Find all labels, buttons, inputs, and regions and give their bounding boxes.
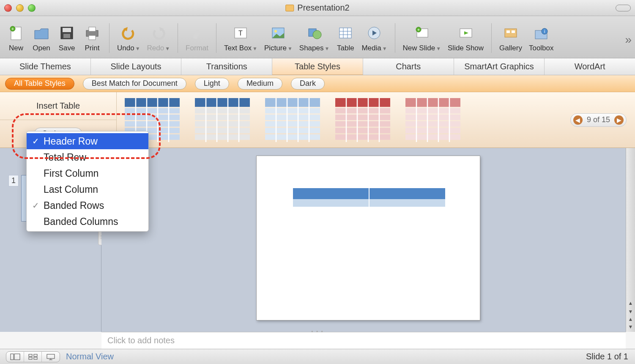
scroll-down2-icon[interactable]: ▼ <box>626 323 635 331</box>
scroll-up-icon[interactable]: ▲ <box>626 299 635 307</box>
gallery-button[interactable]: Gallery <box>496 24 526 52</box>
toolbar-separator <box>491 23 492 53</box>
tab-slide-layouts[interactable]: Slide Layouts <box>91 58 182 75</box>
new-file-icon: + <box>7 24 25 42</box>
notes-resize-handle[interactable]: • • • <box>311 329 323 335</box>
vertical-scrollbar[interactable]: ▲ ▼ ▲ ▼ <box>626 148 635 332</box>
svg-text:+: + <box>11 27 14 31</box>
save-label: Save <box>59 44 75 52</box>
redo-button[interactable]: Redo▼ <box>144 24 174 52</box>
toolbox-button[interactable]: i Toolbox <box>526 24 557 52</box>
insert-table-button[interactable]: Insert Table <box>0 92 116 120</box>
scroll-up2-icon[interactable]: ▲ <box>626 315 635 323</box>
slideshow-button[interactable]: Slide Show <box>444 24 487 52</box>
table-icon <box>336 24 355 42</box>
media-icon <box>365 24 383 42</box>
media-button[interactable]: Media▼ <box>358 24 390 52</box>
gallery-prev-button[interactable]: ◀ <box>573 115 583 125</box>
toolbar-separator <box>395 23 395 53</box>
window-controls <box>4 4 36 12</box>
undo-label: Undo▼ <box>117 44 140 52</box>
titlebar-pill-button[interactable] <box>616 5 631 11</box>
svg-rect-62 <box>335 108 390 113</box>
shapes-button[interactable]: Shapes▼ <box>296 24 333 52</box>
svg-rect-76 <box>405 134 460 140</box>
scroll-down-icon[interactable]: ▼ <box>626 307 635 316</box>
svg-rect-27 <box>512 30 515 33</box>
svg-rect-31 <box>125 98 180 107</box>
tab-transitions[interactable]: Transitions <box>181 58 272 75</box>
open-button[interactable]: Open <box>29 24 54 52</box>
normal-view-button[interactable] <box>6 352 24 362</box>
picture-icon <box>269 24 287 42</box>
format-button[interactable]: Format <box>182 24 212 52</box>
table-style-thumb-3[interactable] <box>265 98 320 142</box>
print-button[interactable]: Print <box>79 24 105 52</box>
menu-item-header-row[interactable]: ✓ Header Row <box>27 133 148 149</box>
tab-wordart[interactable]: WordArt <box>545 58 635 75</box>
svg-rect-46 <box>195 134 250 140</box>
checkmark-icon: ✓ <box>31 136 40 146</box>
save-button[interactable]: Save <box>54 24 79 52</box>
normal-view-icon <box>10 353 20 360</box>
svg-rect-83 <box>29 354 32 356</box>
document-icon <box>285 5 294 11</box>
tab-slide-themes[interactable]: Slide Themes <box>0 58 91 75</box>
menu-item-label: Last Column <box>44 184 98 195</box>
tab-smartart[interactable]: SmartArt Graphics <box>454 58 545 75</box>
zoom-window-button[interactable] <box>28 4 36 12</box>
checkmark-icon: ✓ <box>31 152 40 162</box>
window-title-text: Presentation2 <box>297 3 349 13</box>
pill-light[interactable]: Light <box>195 78 229 90</box>
close-window-button[interactable] <box>4 4 12 12</box>
slideshow-icon <box>457 24 475 42</box>
slide-canvas[interactable] <box>256 156 480 320</box>
picture-label: Picture▼ <box>264 44 293 52</box>
tab-table-styles[interactable]: Table Styles <box>272 58 363 75</box>
notes-pane[interactable]: Click to add notes <box>101 332 626 349</box>
pill-best-match[interactable]: Best Match for Document <box>83 78 186 90</box>
pill-dark[interactable]: Dark <box>291 78 325 90</box>
slideshow-view-button[interactable] <box>42 352 60 362</box>
table-button[interactable]: Table <box>333 24 358 52</box>
new-button[interactable]: + New <box>3 24 29 52</box>
svg-rect-64 <box>335 121 390 127</box>
svg-rect-51 <box>265 98 320 107</box>
table-style-thumb-2[interactable] <box>194 98 250 142</box>
svg-rect-33 <box>125 115 180 120</box>
menu-item-label: Total Row <box>44 152 86 163</box>
gallery-next-button[interactable]: ▶ <box>614 115 624 125</box>
slide-sorter-button[interactable] <box>24 352 42 362</box>
svg-rect-7 <box>89 27 96 31</box>
gallery-label: Gallery <box>499 44 522 52</box>
menu-item-total-row[interactable]: ✓ Total Row <box>27 149 148 165</box>
toolbar-separator <box>178 23 178 53</box>
print-label: Print <box>85 44 100 52</box>
svg-rect-72 <box>405 108 460 113</box>
toolbar-overflow-icon[interactable]: » <box>625 33 632 47</box>
svg-rect-63 <box>335 115 390 120</box>
table-on-slide[interactable] <box>293 188 445 207</box>
newslide-button[interactable]: + New Slide▼ <box>400 24 444 52</box>
pill-all-table-styles[interactable]: All Table Styles <box>5 78 74 90</box>
toolbar-separator <box>216 23 216 53</box>
tab-charts[interactable]: Charts <box>363 58 454 75</box>
svg-rect-84 <box>34 354 37 356</box>
pill-medium[interactable]: Medium <box>238 78 282 90</box>
menu-item-first-column[interactable]: ✓ First Column <box>27 165 148 181</box>
media-label: Media▼ <box>361 44 387 52</box>
picture-button[interactable]: Picture▼ <box>261 24 296 52</box>
minimize-window-button[interactable] <box>16 4 24 12</box>
menu-item-last-column[interactable]: ✓ Last Column <box>27 181 148 197</box>
menu-item-banded-rows[interactable]: ✓ Banded Rows <box>27 197 148 213</box>
slide-canvas-area: ▲ ▼ ▲ ▼ <box>101 148 635 332</box>
table-style-thumb-4[interactable] <box>335 98 391 142</box>
table-style-thumb-5[interactable] <box>405 98 461 142</box>
svg-point-14 <box>313 30 321 39</box>
undo-button[interactable]: Undo▼ <box>114 24 144 52</box>
textbox-button[interactable]: T Text Box▼ <box>221 24 261 52</box>
table-style-thumbs <box>117 92 468 148</box>
checkmark-icon: ✓ <box>31 200 40 211</box>
svg-rect-54 <box>265 121 320 127</box>
menu-item-banded-columns[interactable]: ✓ Banded Columns <box>27 213 148 230</box>
